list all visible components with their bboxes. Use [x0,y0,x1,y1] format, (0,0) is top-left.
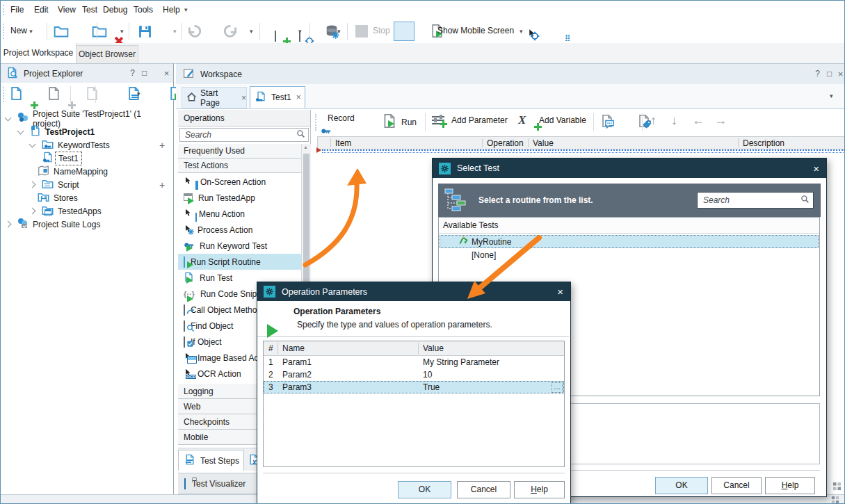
chevron-right-icon[interactable] [5,221,12,228]
select-test-cancel-button[interactable]: Cancel [711,477,762,494]
tab-start-page[interactable]: Start Page × [182,87,247,108]
editor-toolbar-grip[interactable] [315,114,319,131]
add-variable-button[interactable]: X Add Variable [518,113,586,127]
main-tab-strip: Project Workspace Object Browser [1,43,845,64]
ws-maximize-button[interactable]: □ [824,69,835,79]
menu-help[interactable]: Help [163,5,180,15]
data-caret-icon[interactable]: ▾ [250,28,253,35]
menu-view[interactable]: View [58,5,76,15]
pause-on-spy-toggle[interactable] [394,22,415,41]
column-operation[interactable]: Operation [487,138,524,148]
menu-edit[interactable]: Edit [34,5,49,15]
operations-section-test-actions[interactable]: Test Actions [178,158,301,173]
record-button[interactable]: Record [322,113,355,123]
open-project-button[interactable] [54,24,69,41]
add-parameter-button[interactable]: Add Parameter [432,115,508,126]
op-item-process-action[interactable]: Process Action [178,222,301,238]
tree-row-testedapps[interactable]: TestedApps [1,204,170,218]
operations-section-frequently-used[interactable]: Frequently Used [178,144,301,158]
run-button[interactable]: Run [382,113,417,131]
tab-test-steps[interactable]: Test Steps [178,450,244,471]
save-caret-icon[interactable]: ▾ [120,28,124,35]
tree-row-namemapping[interactable]: NameMapping [1,165,170,178]
tab-project-workspace[interactable]: Project Workspace [1,43,77,63]
list-item-label: MyRoutine [472,237,511,247]
tree-row-project-suite[interactable]: Project Suite 'TestProject1' (1 project) [1,112,170,125]
op-params-ok-button[interactable]: OK [398,481,451,498]
tree-row-script[interactable]: Script + [1,178,170,191]
run-caret-icon[interactable]: ▾ [337,28,341,35]
menu-tools[interactable]: Tools [134,5,153,15]
add-item-button[interactable] [275,31,276,41]
ws-close-button[interactable]: × [835,69,845,79]
add-script-button[interactable]: + [159,179,165,190]
mobile-caret-icon[interactable]: ▾ [520,28,523,35]
pe-help-button[interactable]: ? [127,68,138,78]
pe-close-button[interactable]: × [161,68,172,79]
select-test-search-box[interactable] [697,192,814,209]
chevron-down-icon[interactable] [29,140,36,147]
op-params-cancel-button[interactable]: Cancel [457,481,510,498]
chevron-down-icon[interactable] [17,127,24,134]
tree-row-keywordtests[interactable]: KeywordTests + [1,138,170,152]
list-item-none[interactable]: [None] [440,248,819,261]
close-project-button[interactable] [92,24,107,41]
run-caret-icon[interactable]: ▾ [137,90,140,97]
tree-row-testproject1[interactable]: TestProject1 [1,125,170,138]
menubar-grip[interactable] [3,5,6,15]
search-icon [296,129,305,140]
select-test-ok-button[interactable]: OK [655,477,708,494]
new-button[interactable]: New ▾ [10,26,33,35]
table-row-param1[interactable]: 1 Param1 My String Parameter [264,356,564,368]
tree-row-stores[interactable]: Stores [1,191,170,204]
toolbar-grip[interactable] [3,24,6,39]
select-test-help-button[interactable]: Help [765,477,815,494]
label-tag-button[interactable] [637,114,651,130]
chevron-right-icon[interactable] [29,208,36,215]
table-row-param2[interactable]: 2 Param2 10 [264,368,564,381]
tree-row-test1[interactable]: Test1 [1,152,170,165]
comment-button[interactable] [600,114,614,130]
save-button[interactable] [138,24,152,41]
dialog-close-icon[interactable]: × [557,286,563,298]
select-test-search-input[interactable] [702,195,800,206]
op-params-help-button[interactable]: Help [514,481,565,498]
pe-toolbar-grip[interactable] [3,87,6,102]
tab-object-browser[interactable]: Object Browser [76,45,138,63]
pe-maximize-button[interactable]: □ [139,68,150,78]
add-new-item-button[interactable] [9,86,24,103]
menu-file[interactable]: File [10,5,24,15]
ws-help-button[interactable]: ? [812,69,823,79]
add-keyword-test-button[interactable]: + [159,140,165,151]
show-mobile-screen-button[interactable]: Show Mobile Screen [437,26,514,35]
column-value[interactable]: Value [533,138,554,148]
record-caret-icon[interactable]: ▾ [298,28,302,35]
operations-search-box[interactable] [179,128,309,142]
menu-overflow-caret[interactable]: ▾ [184,6,188,13]
column-description[interactable]: Description [743,138,784,148]
tree-row-project-suite-logs[interactable]: Project Suite Logs [1,218,170,231]
menu-debug[interactable]: Debug [103,5,127,15]
tab-close-icon[interactable]: × [241,93,246,103]
op-item-run-keyword-test[interactable]: Run Keyword Test [178,238,301,254]
operations-search-input[interactable] [184,129,296,140]
stop-label: Stop [373,26,390,35]
op-item-on-screen-action[interactable]: On-Screen Action [178,174,301,190]
layout-grip-icon[interactable] [831,496,839,504]
column-item[interactable]: Item [335,138,351,148]
tab-test1[interactable]: Test1 × [250,86,305,108]
dialog-close-icon[interactable]: × [813,163,819,174]
op-item-run-testedapp[interactable]: Run TestedApp [178,190,301,206]
panel-dock-icon[interactable] [832,482,842,493]
scroll-up-icon[interactable]: ▲ [303,145,308,149]
op-item-run-script-routine[interactable]: Run Script Routine [178,254,301,270]
tab-list-caret-icon[interactable]: ▾ [830,92,833,99]
op-item-menu-action[interactable]: Menu Action [178,206,301,222]
tab-close-icon[interactable]: × [296,92,301,102]
chevron-right-icon[interactable] [29,181,36,188]
list-item-myroutine[interactable]: MyRoutine [440,235,819,248]
ellipsis-button[interactable]: … [552,382,563,393]
table-row-param3[interactable]: 3 Param3 True … [264,381,564,393]
menu-test[interactable]: Test [82,5,97,15]
chevron-down-icon[interactable] [5,114,12,121]
